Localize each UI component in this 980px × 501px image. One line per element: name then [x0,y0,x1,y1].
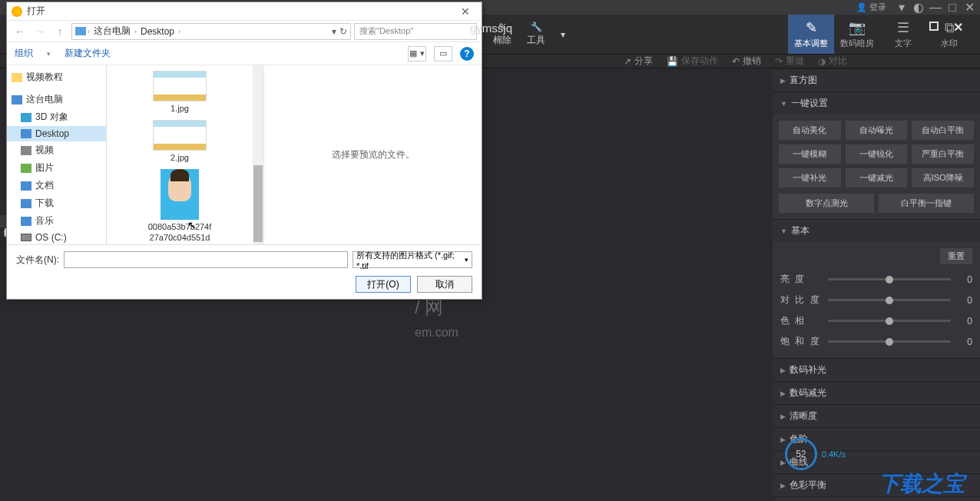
tab-darkroom-label: 数码暗房 [840,38,874,49]
breadcrumb-seg1[interactable]: 这台电脑 [91,25,133,38]
filename-input[interactable] [64,251,348,268]
undo-action[interactable]: ↶撤销 [732,55,761,68]
dropdown-icon[interactable]: ▾ [894,2,909,14]
dialog-navbar: ← → ↑ › 这台电脑 › Desktop › ▾ ↻ 搜索"Desktop" [7,21,482,42]
scratch-label: 棉除 [493,34,512,47]
preview-placeholder: 选择要预览的文件。 [332,148,415,161]
view-mode-button[interactable]: ▦ ▾ [408,46,426,61]
minimize-button[interactable]: — [928,2,943,14]
tree-desktop[interactable]: Desktop [7,126,106,141]
one-fill-button[interactable]: 一键补光 [779,168,841,187]
tree-documents[interactable]: 文档 [7,177,106,194]
tree-3d-objects[interactable]: 3D 对象 [7,108,106,126]
tree-pictures[interactable]: 图片 [7,159,106,177]
more-icon[interactable]: ▾ [561,29,565,40]
maximize-button[interactable]: □ [945,2,960,14]
redo-action[interactable]: ↷重做 [775,55,804,68]
toolbar-right: ✎ 基本调整 📷 数码暗房 ☰ 文字 ⧉ 水印 [788,15,972,54]
file-item-2[interactable]: 2.jpg [145,118,214,165]
breadcrumb-seg2[interactable]: Desktop [138,26,177,37]
tree-music[interactable]: 音乐 [7,212,106,230]
auto-beautify-button[interactable]: 自动美化 [779,121,841,140]
slider-handle[interactable] [886,338,893,346]
overlay-restore-icon[interactable] [929,22,939,31]
tree-video-tutorial[interactable]: 视频教程 [7,68,106,86]
high-iso-button[interactable]: 高ISO降噪 [912,168,974,187]
hue-slider[interactable] [828,320,951,322]
scroll-thumb[interactable] [253,165,263,242]
file-item-1[interactable]: 1.jpg [145,68,214,116]
basic-section: 重置 亮 度 0 对 比 度 0 色 相 0 饱 和 度 [773,242,980,358]
chevron-right-icon: ▶ [780,482,786,489]
brightness-slider[interactable] [828,278,951,280]
dialog-body: 视频教程 这台电脑 3D 对象 Desktop 视频 图片 文档 下载 音乐 O… [7,65,482,244]
search-input[interactable]: 搜索"Desktop" [354,23,477,40]
nav-back-button[interactable]: ← [12,24,28,39]
cancel-button[interactable]: 取消 [417,276,472,293]
tab-watermark-label: 水印 [941,38,958,49]
digital-fill-header[interactable]: ▶数码补光 [773,358,980,381]
skin-icon[interactable]: ◐ [911,2,926,14]
overlay-close-icon[interactable]: ✕ [953,20,963,35]
tab-watermark[interactable]: ⧉ 水印 [926,15,972,54]
tree-this-pc[interactable]: 这台电脑 [7,91,106,108]
wb-finger-button[interactable]: 白平衡一指键 [879,194,974,213]
file-name: 1.jpg [171,104,189,114]
download-icon [21,199,31,208]
tab-darkroom[interactable]: 📷 数码暗房 [834,15,880,54]
folder-tree: 视频教程 这台电脑 3D 对象 Desktop 视频 图片 文档 下载 音乐 O… [7,65,107,244]
tree-drive-c[interactable]: OS (C:) [7,230,106,244]
preview-toggle-button[interactable]: ▭ [434,46,452,61]
breadcrumb-sep: › [178,28,180,35]
organize-menu[interactable]: 组织 [15,47,33,60]
contrast-slider[interactable] [828,299,951,301]
help-icon[interactable]: ? [460,47,474,61]
tree-downloads[interactable]: 下载 [7,194,106,212]
file-item-3[interactable]: 0080a53b7b274f27a70c04d551de371714868027… [145,167,214,244]
one-blur-button[interactable]: 一键模糊 [779,144,841,164]
share-action[interactable]: ↗分享 [624,55,653,68]
nav-up-button[interactable]: ↑ [51,24,68,39]
file-scrollbar[interactable] [253,65,263,244]
reset-button[interactable]: 重置 [940,248,972,264]
basic-header[interactable]: ▼基本 [773,219,980,242]
chevron-down-icon: ▾ [465,256,468,264]
nav-forward-button[interactable]: → [31,24,48,39]
quick-settings-header[interactable]: ▼一键设置 [773,91,980,114]
slider-handle[interactable] [886,297,893,304]
one-dim-button[interactable]: 一键减光 [846,168,908,187]
file-type-filter[interactable]: 所有支持的图片格式 (*.gif; *.tif ▾ [353,251,472,268]
tab-text[interactable]: ☰ 文字 [880,15,926,54]
auto-wb-button[interactable]: 自动白平衡 [912,121,974,140]
auto-exposure-button[interactable]: 自动曝光 [846,121,908,140]
refresh-icon[interactable]: ↻ [339,26,347,37]
digital-dim-header[interactable]: ▶数码减光 [773,381,980,404]
tab-basic-adjust[interactable]: ✎ 基本调整 [788,15,834,54]
cursor-icon: ↖ [187,219,197,231]
dialog-titlebar: 打开 ✕ [7,2,482,21]
histogram-header[interactable]: ▶直方图 [773,68,980,91]
open-button[interactable]: 打开(O) [356,276,411,293]
strict-wb-button[interactable]: 严重白平衡 [912,144,974,164]
close-button[interactable]: ✕ [962,2,977,14]
slider-handle[interactable] [886,276,893,284]
new-folder-button[interactable]: 新建文件夹 [65,47,111,60]
text-icon: ☰ [897,19,909,36]
compare-action[interactable]: ◑对比 [818,55,847,68]
undo-icon: ↶ [732,56,740,67]
digital-spot-button[interactable]: 数字点测光 [779,194,874,213]
clarity-header[interactable]: ▶清晰度 [773,404,980,427]
dialog-close-button[interactable]: ✕ [454,5,477,18]
brightness-slider-row: 亮 度 0 [780,269,972,290]
address-bar[interactable]: › 这台电脑 › Desktop › ▾ ↻ [71,23,351,40]
one-sharpen-button[interactable]: 一键锐化 [846,144,908,164]
tools-tool[interactable]: 🔧 工具 [527,22,545,47]
dropdown-icon[interactable]: ▾ [332,26,336,37]
save-action[interactable]: 💾保存动作 [667,55,718,68]
redo-icon: ↷ [775,56,783,67]
login-button[interactable]: 👤 登录 [850,0,892,15]
tree-videos[interactable]: 视频 [7,141,106,159]
saturation-value: 0 [957,337,972,347]
slider-handle[interactable] [886,317,893,325]
saturation-slider[interactable] [828,340,951,343]
